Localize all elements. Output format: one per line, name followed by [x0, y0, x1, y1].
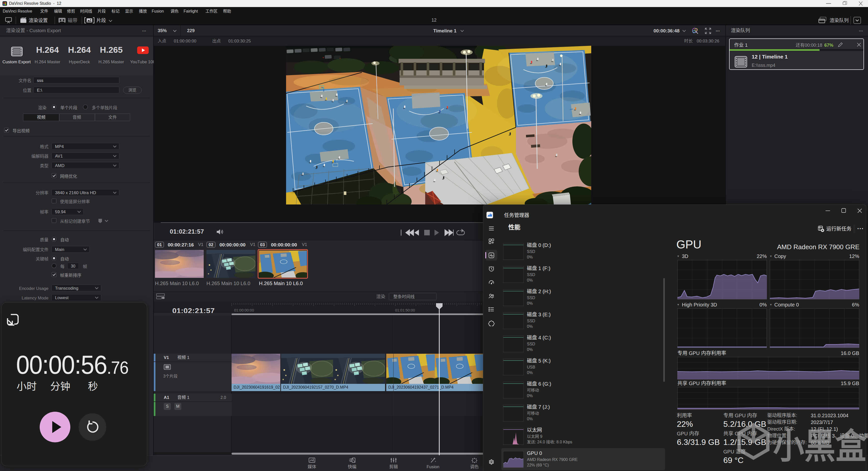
svg-text:01:01:50:00: 01:01:50:00	[395, 308, 415, 312]
svg-text:01:00:00:00: 01:00:00:00	[234, 308, 254, 312]
